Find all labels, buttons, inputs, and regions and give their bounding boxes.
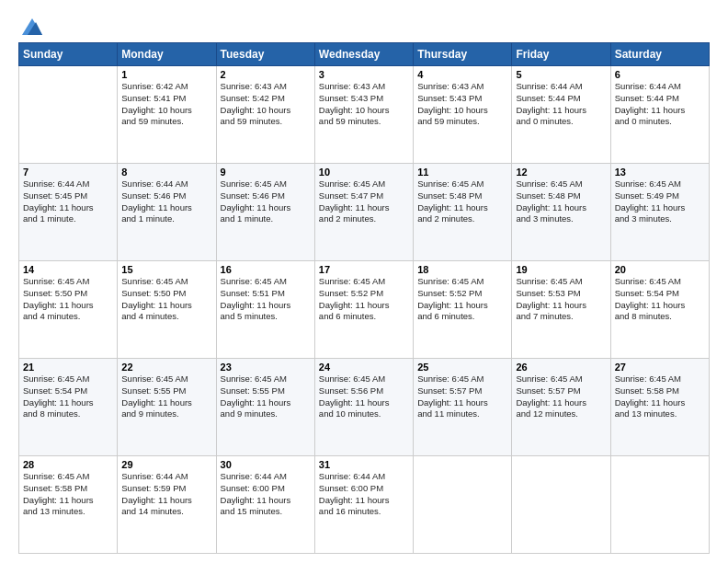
calendar-cell: 3Sunrise: 6:43 AM Sunset: 5:43 PM Daylig… [314, 66, 413, 164]
calendar-cell: 29Sunrise: 6:44 AM Sunset: 5:59 PM Dayli… [118, 456, 216, 554]
calendar-week-3: 14Sunrise: 6:45 AM Sunset: 5:50 PM Dayli… [19, 261, 710, 359]
calendar-cell: 30Sunrise: 6:44 AM Sunset: 6:00 PM Dayli… [216, 456, 314, 554]
day-info: Sunrise: 6:45 AM Sunset: 5:49 PM Dayligh… [615, 178, 705, 225]
day-number: 10 [319, 167, 409, 178]
header [18, 15, 710, 35]
calendar-cell: 24Sunrise: 6:45 AM Sunset: 5:56 PM Dayli… [314, 359, 413, 456]
day-number: 14 [23, 264, 113, 275]
calendar-cell: 5Sunrise: 6:44 AM Sunset: 5:44 PM Daylig… [512, 66, 610, 164]
day-number: 1 [121, 69, 211, 80]
day-info: Sunrise: 6:43 AM Sunset: 5:42 PM Dayligh… [221, 81, 311, 128]
calendar-cell: 19Sunrise: 6:45 AM Sunset: 5:53 PM Dayli… [512, 261, 610, 359]
day-number: 8 [121, 167, 211, 178]
calendar-cell: 11Sunrise: 6:45 AM Sunset: 5:48 PM Dayli… [414, 164, 512, 261]
calendar-cell: 22Sunrise: 6:45 AM Sunset: 5:55 PM Dayli… [118, 359, 216, 456]
weekday-header-wednesday: Wednesday [314, 43, 413, 66]
logo [18, 18, 44, 35]
day-number: 2 [221, 69, 311, 80]
day-info: Sunrise: 6:44 AM Sunset: 6:00 PM Dayligh… [221, 471, 311, 518]
calendar-cell: 1Sunrise: 6:42 AM Sunset: 5:41 PM Daylig… [118, 66, 216, 164]
day-number: 23 [221, 362, 311, 373]
calendar-cell: 21Sunrise: 6:45 AM Sunset: 5:54 PM Dayli… [19, 359, 118, 456]
weekday-header-sunday: Sunday [19, 43, 118, 66]
day-number: 29 [121, 459, 211, 470]
day-info: Sunrise: 6:45 AM Sunset: 5:56 PM Dayligh… [319, 373, 409, 420]
day-number: 27 [615, 362, 705, 373]
day-number: 5 [516, 69, 606, 80]
calendar-cell [19, 66, 118, 164]
calendar-cell: 28Sunrise: 6:45 AM Sunset: 5:58 PM Dayli… [19, 456, 118, 554]
day-info: Sunrise: 6:45 AM Sunset: 5:52 PM Dayligh… [417, 276, 507, 323]
day-number: 3 [319, 69, 409, 80]
day-info: Sunrise: 6:45 AM Sunset: 5:52 PM Dayligh… [319, 276, 409, 323]
calendar-cell: 12Sunrise: 6:45 AM Sunset: 5:48 PM Dayli… [512, 164, 610, 261]
day-number: 18 [417, 264, 507, 275]
calendar-cell: 27Sunrise: 6:45 AM Sunset: 5:58 PM Dayli… [610, 359, 709, 456]
day-info: Sunrise: 6:45 AM Sunset: 5:53 PM Dayligh… [516, 276, 606, 323]
day-number: 12 [516, 167, 606, 178]
day-number: 15 [121, 264, 211, 275]
day-info: Sunrise: 6:44 AM Sunset: 5:44 PM Dayligh… [615, 81, 705, 128]
calendar-cell: 26Sunrise: 6:45 AM Sunset: 5:57 PM Dayli… [512, 359, 610, 456]
weekday-header-row: SundayMondayTuesdayWednesdayThursdayFrid… [19, 43, 710, 66]
day-info: Sunrise: 6:43 AM Sunset: 5:43 PM Dayligh… [319, 81, 409, 128]
calendar-cell [610, 456, 709, 554]
calendar-cell: 6Sunrise: 6:44 AM Sunset: 5:44 PM Daylig… [610, 66, 709, 164]
calendar-cell: 14Sunrise: 6:45 AM Sunset: 5:50 PM Dayli… [19, 261, 118, 359]
calendar-cell: 7Sunrise: 6:44 AM Sunset: 5:45 PM Daylig… [19, 164, 118, 261]
day-number: 22 [121, 362, 211, 373]
weekday-header-thursday: Thursday [414, 43, 512, 66]
day-number: 31 [319, 459, 409, 470]
day-number: 28 [23, 459, 113, 470]
day-info: Sunrise: 6:45 AM Sunset: 5:54 PM Dayligh… [23, 373, 113, 420]
day-info: Sunrise: 6:44 AM Sunset: 5:45 PM Dayligh… [23, 178, 113, 225]
weekday-header-saturday: Saturday [610, 43, 709, 66]
day-number: 17 [319, 264, 409, 275]
day-info: Sunrise: 6:45 AM Sunset: 5:51 PM Dayligh… [221, 276, 311, 323]
day-info: Sunrise: 6:44 AM Sunset: 6:00 PM Dayligh… [319, 471, 409, 518]
day-info: Sunrise: 6:45 AM Sunset: 5:58 PM Dayligh… [23, 471, 113, 518]
day-number: 25 [417, 362, 507, 373]
day-info: Sunrise: 6:45 AM Sunset: 5:48 PM Dayligh… [417, 178, 507, 225]
day-number: 24 [319, 362, 409, 373]
day-number: 21 [23, 362, 113, 373]
day-number: 13 [615, 167, 705, 178]
day-number: 6 [615, 69, 705, 80]
day-info: Sunrise: 6:45 AM Sunset: 5:46 PM Dayligh… [221, 178, 311, 225]
day-info: Sunrise: 6:42 AM Sunset: 5:41 PM Dayligh… [121, 81, 211, 128]
calendar-cell: 8Sunrise: 6:44 AM Sunset: 5:46 PM Daylig… [118, 164, 216, 261]
calendar-cell: 31Sunrise: 6:44 AM Sunset: 6:00 PM Dayli… [314, 456, 413, 554]
page: SundayMondayTuesdayWednesdayThursdayFrid… [0, 0, 728, 563]
calendar-cell: 23Sunrise: 6:45 AM Sunset: 5:55 PM Dayli… [216, 359, 314, 456]
calendar-cell [512, 456, 610, 554]
day-info: Sunrise: 6:45 AM Sunset: 5:55 PM Dayligh… [221, 373, 311, 420]
calendar-cell [414, 456, 512, 554]
day-number: 11 [417, 167, 507, 178]
day-number: 30 [221, 459, 311, 470]
day-info: Sunrise: 6:45 AM Sunset: 5:54 PM Dayligh… [615, 276, 705, 323]
day-info: Sunrise: 6:44 AM Sunset: 5:46 PM Dayligh… [121, 178, 211, 225]
calendar-cell: 9Sunrise: 6:45 AM Sunset: 5:46 PM Daylig… [216, 164, 314, 261]
weekday-header-friday: Friday [512, 43, 610, 66]
calendar-week-2: 7Sunrise: 6:44 AM Sunset: 5:45 PM Daylig… [19, 164, 710, 261]
day-info: Sunrise: 6:45 AM Sunset: 5:48 PM Dayligh… [516, 178, 606, 225]
weekday-header-tuesday: Tuesday [216, 43, 314, 66]
day-info: Sunrise: 6:44 AM Sunset: 5:59 PM Dayligh… [121, 471, 211, 518]
calendar-cell: 18Sunrise: 6:45 AM Sunset: 5:52 PM Dayli… [414, 261, 512, 359]
calendar-week-1: 1Sunrise: 6:42 AM Sunset: 5:41 PM Daylig… [19, 66, 710, 164]
logo-icon [20, 17, 44, 37]
calendar-cell: 4Sunrise: 6:43 AM Sunset: 5:43 PM Daylig… [414, 66, 512, 164]
calendar-cell: 15Sunrise: 6:45 AM Sunset: 5:50 PM Dayli… [118, 261, 216, 359]
day-number: 16 [221, 264, 311, 275]
day-info: Sunrise: 6:45 AM Sunset: 5:55 PM Dayligh… [121, 373, 211, 420]
day-number: 19 [516, 264, 606, 275]
day-info: Sunrise: 6:45 AM Sunset: 5:58 PM Dayligh… [615, 373, 705, 420]
day-number: 9 [221, 167, 311, 178]
day-info: Sunrise: 6:45 AM Sunset: 5:47 PM Dayligh… [319, 178, 409, 225]
calendar-table: SundayMondayTuesdayWednesdayThursdayFrid… [18, 42, 710, 554]
calendar-cell: 17Sunrise: 6:45 AM Sunset: 5:52 PM Dayli… [314, 261, 413, 359]
day-info: Sunrise: 6:44 AM Sunset: 5:44 PM Dayligh… [516, 81, 606, 128]
day-info: Sunrise: 6:45 AM Sunset: 5:57 PM Dayligh… [417, 373, 507, 420]
day-info: Sunrise: 6:45 AM Sunset: 5:50 PM Dayligh… [121, 276, 211, 323]
calendar-cell: 13Sunrise: 6:45 AM Sunset: 5:49 PM Dayli… [610, 164, 709, 261]
